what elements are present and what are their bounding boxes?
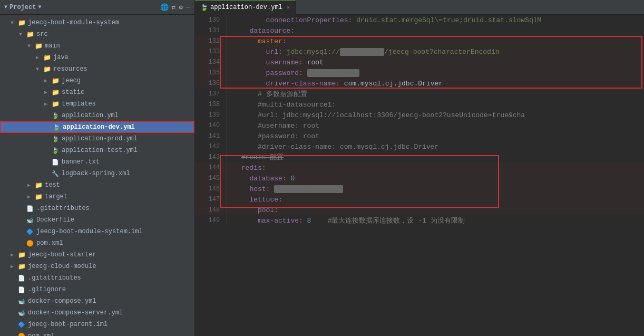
tree-item-jeecg-cloud-module[interactable]: ▶ 📁 jeecg-cloud-module	[0, 261, 194, 272]
table-row: 136 driver-class-name: com.mysql.cj.jdbc…	[195, 78, 644, 89]
locate-icon[interactable]: 🌐	[160, 3, 169, 12]
tree-item-application-test-yml[interactable]: 🍃 application-test.yml	[0, 145, 194, 156]
line-number: 136	[195, 78, 227, 89]
editor-tab-application-dev-yml[interactable]: 🍃 application-dev.yml ✕	[195, 0, 296, 15]
chevron-down-icon[interactable]: ▼	[38, 4, 41, 10]
arrow-icon	[44, 159, 52, 165]
code-line: url: jdbc:mysql://██████████/jeecg-boot?…	[227, 46, 644, 57]
tree-item-jeecg-boot-module-system[interactable]: ▼ 📁 jeecg-boot-module-system	[0, 17, 194, 28]
code-line: #password: root	[227, 131, 644, 141]
table-row: 134 username: root	[195, 57, 644, 68]
tree-item-gitattributes-1[interactable]: 📄 .gitattributes	[0, 203, 194, 214]
sidebar-header-icons: 🌐 ⇄ ⚙ —	[160, 3, 190, 12]
code-line: #url: jdbc:mysql://localhost:3306/jeecg-…	[227, 110, 644, 120]
line-number: 135	[195, 68, 227, 78]
docker-file-icon: 🐋	[18, 298, 26, 305]
sidebar-header: ▼ Project ▼ 🌐 ⇄ ⚙ —	[0, 0, 194, 15]
tree-item-resources[interactable]: ▼ 📁 resources	[0, 63, 194, 75]
code-line: #username: root	[227, 120, 644, 131]
line-number: 143	[195, 152, 227, 162]
code-line: datasource:	[227, 25, 644, 36]
tree-item-static[interactable]: ▶ 📁 static	[0, 87, 194, 98]
tree-item-pom-1[interactable]: 🟠 pom.xml	[0, 237, 194, 249]
editor: 🍃 application-dev.yml ✕ 130 connectionPr…	[195, 0, 644, 336]
table-row: 142 #driver-class-name: com.mysql.cj.jdb…	[195, 141, 644, 152]
tree-item-jeecg[interactable]: ▶ 📁 jeecg	[0, 75, 194, 87]
table-row: 144 redis:	[195, 162, 644, 173]
arrow-icon: ▶	[27, 194, 35, 200]
tree-item-banner-txt[interactable]: 📄 banner.txt	[0, 156, 194, 168]
tree-item-pom-root[interactable]: 🟠 pom.xml	[0, 330, 194, 336]
tree-item-target[interactable]: ▶ 📁 target	[0, 191, 194, 203]
folder-icon: 📁	[18, 251, 26, 259]
arrow-icon	[19, 241, 26, 246]
arrow-icon	[11, 299, 18, 304]
project-tree: ▼ 📁 jeecg-boot-module-system ▼ 📁 src ▼ 📁…	[0, 15, 194, 336]
table-row: 137 # 多数据源配置	[195, 89, 644, 99]
tree-item-gitignore[interactable]: 📄 .gitignore	[0, 284, 194, 295]
arrow-icon: ▼	[36, 66, 43, 72]
tab-file-icon: 🍃	[200, 4, 208, 12]
code-line: host: ████████████████	[227, 184, 644, 194]
code-line: max-active: 8 #最大连接数据库连接数，设 -1 为没有限制	[227, 215, 644, 226]
tree-item-application-yml[interactable]: 🍃 application.yml	[0, 110, 194, 121]
arrow-icon	[11, 322, 18, 328]
code-table: 130 connectionProperties: druid.stat.mer…	[195, 15, 644, 226]
settings-icon[interactable]: ⚙	[179, 3, 183, 12]
tree-label: jeecg-boot-module-system	[28, 19, 119, 26]
yml-file-icon: 🍃	[52, 147, 60, 154]
tree-item-templates[interactable]: ▶ 📁 templates	[0, 98, 194, 110]
arrow-icon: ▼	[19, 32, 26, 37]
line-number: 148	[195, 205, 227, 215]
arrow-icon: ▼	[11, 20, 18, 26]
tree-item-iml-root[interactable]: 🔷 jeecg-boot-parent.iml	[0, 319, 194, 330]
tree-item-docker-compose[interactable]: 🐋 docker-compose.yml	[0, 295, 194, 307]
tree-item-iml-1[interactable]: 🔷 jeecg-boot-module-system.iml	[0, 226, 194, 237]
line-number: 146	[195, 184, 227, 194]
arrow-icon: ▶	[27, 182, 35, 188]
tree-label: docker-compose.yml	[28, 297, 96, 305]
folder-icon: 📁	[35, 42, 43, 50]
line-number: 131	[195, 25, 227, 36]
arrow-icon	[19, 229, 26, 235]
tree-item-src[interactable]: ▼ 📁 src	[0, 28, 194, 40]
tree-label: application-test.yml	[62, 147, 138, 154]
sidebar-title-area: ▼ Project ▼	[4, 4, 41, 11]
iml-file-icon: 🔷	[26, 228, 35, 235]
docker-file-icon: 🐋	[26, 217, 35, 224]
tree-item-application-dev-yml[interactable]: 🍃 application-dev.yml	[0, 121, 194, 133]
sidebar-expand-icon[interactable]: ▼	[4, 4, 7, 10]
editor-content[interactable]: 130 connectionProperties: druid.stat.mer…	[195, 15, 644, 336]
line-number: 139	[195, 110, 227, 120]
code-line: username: root	[227, 57, 644, 68]
folder-icon: 📁	[52, 89, 60, 97]
tree-item-gitattributes-root[interactable]: 📄 .gitattributes	[0, 272, 194, 284]
iml-file-icon: 🔷	[18, 321, 26, 328]
line-number: 141	[195, 131, 227, 141]
tree-item-java[interactable]: ▶ 📁 java	[0, 52, 194, 63]
table-row: 139 #url: jdbc:mysql://localhost:3306/je…	[195, 110, 644, 120]
tree-item-main[interactable]: ▼ 📁 main	[0, 40, 194, 52]
code-line: connectionProperties: druid.stat.mergeSq…	[227, 15, 644, 25]
line-number: 147	[195, 194, 227, 205]
tree-label: java	[53, 54, 69, 61]
arrow-icon	[19, 217, 26, 223]
tree-label: jeecg-boot-parent.iml	[28, 321, 108, 328]
tree-label: banner.txt	[62, 158, 100, 166]
tree-item-test[interactable]: ▶ 📁 test	[0, 179, 194, 191]
tree-label: src	[36, 31, 48, 38]
minimize-icon[interactable]: —	[186, 3, 190, 11]
tree-item-logback-spring-xml[interactable]: 🔧 logback-spring.xml	[0, 168, 194, 179]
folder-icon: 📁	[18, 263, 26, 271]
tree-item-jeecg-boot-starter[interactable]: ▶ 📁 jeecg-boot-starter	[0, 249, 194, 261]
tree-item-dockerfile[interactable]: 🐋 Dockerfile	[0, 214, 194, 226]
close-tab-button[interactable]: ✕	[287, 4, 290, 11]
table-row: 138 #multi-datasource1:	[195, 99, 644, 110]
line-number: 140	[195, 120, 227, 131]
scroll-icon[interactable]: ⇄	[172, 3, 176, 12]
tree-item-application-prod-yml[interactable]: 🍃 application-prod.yml	[0, 133, 194, 145]
tree-item-docker-compose-server[interactable]: 🐋 docker-compose-server.yml	[0, 307, 194, 319]
folder-icon: 📁	[52, 100, 60, 108]
table-row: 143 #redis 配置	[195, 152, 644, 162]
line-number: 133	[195, 46, 227, 57]
